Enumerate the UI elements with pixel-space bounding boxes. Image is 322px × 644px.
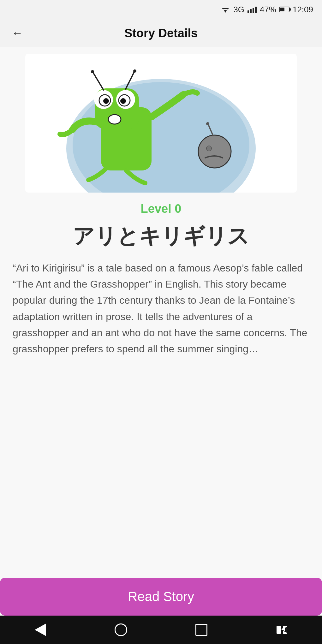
bottom-nav bbox=[0, 616, 322, 644]
svg-point-24 bbox=[206, 122, 209, 125]
svg-point-14 bbox=[120, 98, 126, 104]
back-arrow-icon: ← bbox=[12, 27, 23, 39]
nav-recents-icon bbox=[195, 624, 207, 636]
nav-home-icon bbox=[115, 623, 127, 636]
nav-rotate-icon bbox=[275, 623, 289, 636]
signal-3g-label: 3G bbox=[233, 5, 244, 15]
svg-point-19 bbox=[108, 115, 121, 124]
story-illustration bbox=[25, 54, 297, 193]
svg-point-16 bbox=[91, 70, 94, 73]
svg-point-20 bbox=[198, 135, 231, 168]
main-content: Level 0 アリとキリギリス “Ari to Kirigirisu” is … bbox=[0, 47, 322, 644]
read-story-label: Read Story bbox=[128, 589, 194, 604]
read-story-button[interactable]: Read Story bbox=[0, 578, 322, 616]
status-icons: 3G 47% 12:09 bbox=[221, 5, 313, 15]
battery-percent: 47% bbox=[260, 5, 276, 15]
nav-extra-button[interactable] bbox=[271, 619, 293, 641]
story-level: Level 0 bbox=[141, 202, 182, 216]
svg-point-22 bbox=[207, 146, 211, 151]
nav-home-button[interactable] bbox=[110, 619, 132, 641]
page-title: Story Details bbox=[124, 27, 198, 40]
time-display: 12:09 bbox=[293, 5, 313, 15]
svg-point-18 bbox=[133, 69, 136, 73]
nav-back-icon bbox=[35, 623, 46, 636]
wifi-icon bbox=[221, 6, 230, 13]
nav-recents-button[interactable] bbox=[190, 619, 212, 641]
signal-bars bbox=[247, 6, 257, 13]
battery-icon bbox=[279, 7, 289, 12]
svg-rect-25 bbox=[277, 626, 281, 634]
header: ← Story Details bbox=[0, 19, 322, 47]
svg-point-3 bbox=[225, 11, 226, 13]
svg-point-11 bbox=[103, 98, 109, 104]
story-description: “Ari to Kirigirisu” is a tale based on a… bbox=[9, 260, 313, 357]
story-title-japanese: アリとキリギリス bbox=[73, 222, 249, 251]
story-image-container bbox=[25, 54, 297, 193]
back-button[interactable]: ← bbox=[9, 25, 25, 41]
status-bar: 3G 47% 12:09 bbox=[0, 0, 322, 19]
nav-back-button[interactable] bbox=[29, 619, 51, 641]
